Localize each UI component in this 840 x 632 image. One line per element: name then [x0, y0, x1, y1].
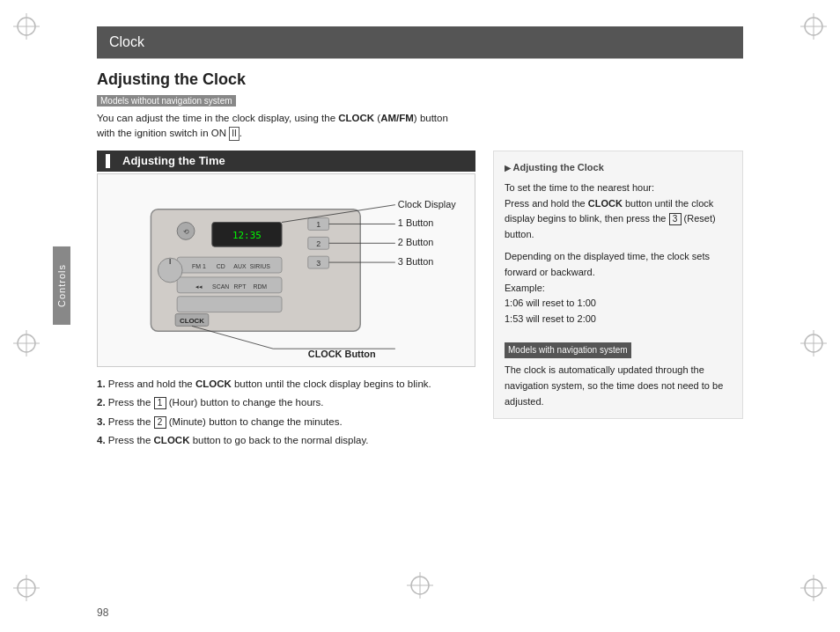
- svg-text:RDM: RDM: [253, 283, 267, 289]
- ignition-symbol: II: [229, 127, 239, 141]
- box-3-reset: 3: [669, 213, 682, 225]
- corner-mark-br: [796, 570, 831, 606]
- sidebar-tab: Controls: [53, 246, 70, 325]
- step-2: 2. Press the 1 (Hour) button to change t…: [97, 394, 475, 412]
- svg-text:⟲: ⟲: [183, 228, 189, 236]
- svg-text:RPT: RPT: [234, 283, 247, 289]
- svg-text:SIRIUS: SIRIUS: [250, 263, 270, 269]
- section-header-label: Adjusting the Time: [122, 154, 225, 167]
- svg-text:2 Button: 2 Button: [398, 237, 434, 247]
- page-title: Adjusting the Clock: [97, 70, 743, 89]
- svg-text:1 Button: 1 Button: [398, 217, 434, 228]
- steps-list: 1. Press and hold the CLOCK button until…: [97, 376, 475, 450]
- corner-mark-tr: [796, 9, 831, 44]
- right-col-heading: Adjusting the Clock: [505, 160, 732, 176]
- svg-text:2: 2: [316, 239, 321, 248]
- corner-mark-tl: [9, 9, 44, 44]
- header-title: Clock: [109, 34, 144, 50]
- svg-text:◂◂: ◂◂: [195, 283, 203, 289]
- section-header-adjusting-time: Adjusting the Time: [97, 151, 475, 172]
- diagram-area: 12:35 ⟲ 1 2 3 FM 1 CD: [97, 173, 475, 367]
- svg-rect-42: [177, 296, 282, 312]
- right-col-nav-text: The clock is automatically updated throu…: [505, 363, 732, 409]
- columns-wrapper: Adjusting the Time 12:35 ⟲ 1: [97, 151, 743, 608]
- svg-text:AUX: AUX: [233, 263, 247, 269]
- right-col-para-6: 1:53 will reset to 2:00: [505, 312, 732, 327]
- top-rule: [97, 58, 743, 59]
- right-col-para-3: Depending on the displayed time, the clo…: [505, 249, 732, 280]
- svg-text:3: 3: [316, 259, 321, 268]
- radio-unit-svg: 12:35 ⟲ 1 2 3 FM 1 CD: [98, 174, 475, 366]
- step-4: 4. Press the CLOCK button to go back to …: [97, 432, 475, 450]
- right-col-para-4: Example:: [505, 281, 732, 297]
- box-2: 2: [154, 416, 166, 429]
- corner-mark-bl: [9, 570, 44, 606]
- right-col-para-2: Press and hold the CLOCK button until th…: [505, 196, 732, 243]
- svg-text:Clock Display: Clock Display: [398, 198, 457, 209]
- right-col-para-5: 1:06 will reset to 1:00: [505, 296, 732, 312]
- svg-text:CD: CD: [217, 263, 225, 269]
- svg-text:CLOCK: CLOCK: [180, 317, 204, 325]
- left-column: Adjusting the Time 12:35 ⟲ 1: [97, 151, 475, 452]
- svg-text:SCAN: SCAN: [212, 283, 229, 289]
- svg-text:FM 1: FM 1: [192, 263, 206, 269]
- models-without-nav-badge: Models without navigation system: [97, 95, 236, 107]
- page-number: 98: [97, 606, 108, 619]
- svg-text:3 Button: 3 Button: [398, 256, 434, 267]
- section-header-bar: [106, 154, 110, 168]
- right-column: Adjusting the Clock To set the time to t…: [493, 151, 743, 420]
- box-1: 1: [154, 397, 166, 409]
- intro-text: You can adjust the time in the clock dis…: [97, 111, 467, 142]
- step-1: 1. Press and hold the CLOCK button until…: [97, 376, 475, 393]
- cross-mark-ml: [9, 326, 44, 364]
- svg-text:12:35: 12:35: [232, 230, 262, 241]
- header-bar: Clock: [97, 26, 743, 58]
- svg-text:1: 1: [316, 220, 321, 229]
- cross-mark-mr: [796, 326, 831, 364]
- step-3: 3. Press the 2 (Minute) button to change…: [97, 414, 475, 431]
- models-with-nav-badge: Models with navigation system: [505, 342, 631, 358]
- svg-text:CLOCK Button: CLOCK Button: [308, 349, 376, 359]
- right-col-para-1: To set the time to the nearest hour:: [505, 180, 732, 196]
- main-content: Adjusting the Clock Models without navig…: [97, 70, 743, 588]
